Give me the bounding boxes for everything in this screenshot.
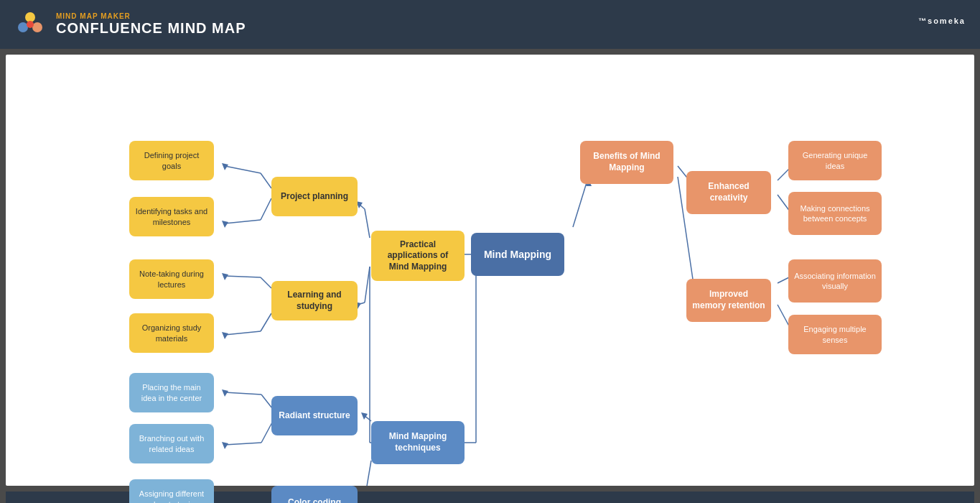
node-note-taking: Note-taking during lectures <box>129 259 214 299</box>
node-radiant: Radiant structure <box>271 396 358 435</box>
node-branching: Branching out with related ideas <box>129 424 214 463</box>
node-project-planning: Project planning <box>271 177 358 216</box>
svg-line-20 <box>261 277 271 288</box>
svg-marker-19 <box>222 221 228 228</box>
svg-line-12 <box>358 303 365 305</box>
svg-line-36 <box>225 392 261 394</box>
svg-line-35 <box>261 394 272 408</box>
node-organizing: Organizing study materials <box>129 313 214 353</box>
brand-name: someka <box>928 17 966 25</box>
svg-line-31 <box>364 415 371 421</box>
svg-point-3 <box>27 21 34 28</box>
canvas: Mind Mapping Practical applications of M… <box>6 55 974 486</box>
svg-line-33 <box>364 461 371 486</box>
node-improved: Improved memory retention <box>686 279 771 322</box>
svg-marker-25 <box>222 332 228 339</box>
header: MIND MAP MAKER CONFLUENCE MIND MAP ™some… <box>0 0 980 49</box>
node-making: Making connections between concepts <box>788 192 882 235</box>
svg-line-11 <box>365 267 370 303</box>
header-text: MIND MAP MAKER CONFLUENCE MIND MAP <box>56 12 246 37</box>
svg-line-6 <box>573 180 587 227</box>
node-enhanced: Enhanced creativity <box>686 171 771 214</box>
node-techniques: Mind Mapping techniques <box>371 421 465 464</box>
header-subtitle: MIND MAP MAKER <box>56 12 246 20</box>
node-generating: Generating unique ideas <box>788 141 882 180</box>
svg-line-21 <box>225 276 261 277</box>
svg-line-8 <box>365 209 370 238</box>
brand-logo: ™someka <box>918 14 966 36</box>
svg-line-24 <box>225 331 261 335</box>
svg-line-39 <box>225 443 261 445</box>
svg-line-18 <box>225 220 261 223</box>
node-identifying: Identifying tasks and milestones <box>129 197 214 236</box>
svg-marker-40 <box>222 442 228 449</box>
svg-line-14 <box>261 173 271 188</box>
node-associating: Associating information visually <box>788 259 882 303</box>
logo-icon <box>14 9 46 40</box>
svg-marker-16 <box>222 163 228 170</box>
svg-line-15 <box>225 166 261 173</box>
svg-point-0 <box>25 12 35 22</box>
node-defining: Defining project goals <box>129 141 214 180</box>
svg-line-23 <box>261 313 271 331</box>
svg-line-9 <box>359 204 365 209</box>
svg-marker-37 <box>222 389 228 397</box>
svg-line-38 <box>261 423 272 443</box>
node-engaging: Engaging multiple senses <box>788 315 882 354</box>
header-left: MIND MAP MAKER CONFLUENCE MIND MAP <box>14 9 246 40</box>
brand-superscript: ™ <box>918 17 928 25</box>
node-benefits: Benefits of Mind Mapping <box>580 141 673 184</box>
header-title: CONFLUENCE MIND MAP <box>56 20 246 37</box>
node-placing: Placing the main idea in the center <box>129 373 214 412</box>
svg-point-1 <box>32 22 42 32</box>
svg-point-2 <box>18 22 28 32</box>
node-practical: Practical applications of Mind Mapping <box>371 231 465 281</box>
node-center: Mind Mapping <box>471 233 564 276</box>
node-learning: Learning and studying <box>271 281 358 320</box>
node-color-coding: Color coding <box>271 486 358 503</box>
node-assigning: Assigning different colors to topics <box>129 479 214 503</box>
svg-marker-22 <box>222 273 228 280</box>
svg-line-17 <box>261 198 271 220</box>
svg-marker-32 <box>361 412 368 420</box>
